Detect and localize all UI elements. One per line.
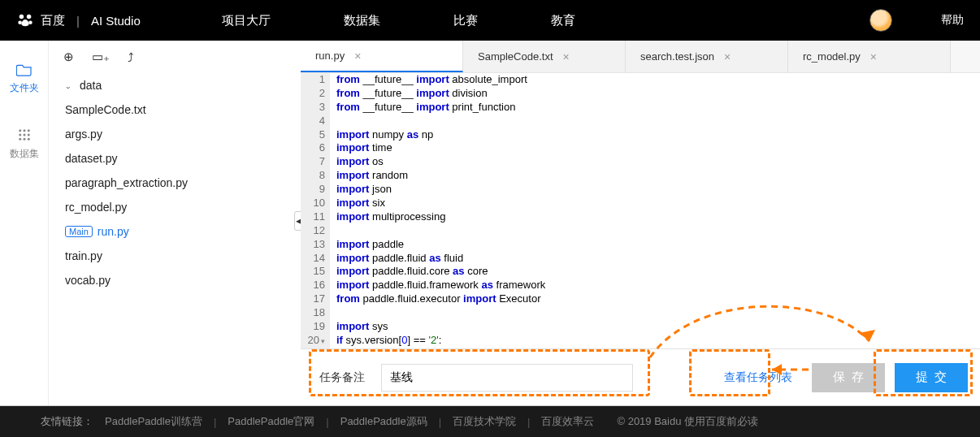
tree-file[interactable]: dataset.py — [49, 146, 301, 171]
view-task-list-link[interactable]: 查看任务列表 — [714, 370, 802, 385]
svg-point-2 — [18, 20, 22, 24]
svg-point-10 — [19, 138, 21, 141]
code-editor[interactable]: 1from __future__ import absolute_import2… — [301, 73, 980, 348]
close-icon[interactable]: × — [354, 50, 361, 63]
sidebar-toolbar: ⊕ ▭₊ ⤴ — [49, 41, 301, 73]
file-sidebar: ⊕ ▭₊ ⤴ data SampleCode.txt args.py datas… — [49, 41, 301, 405]
svg-point-11 — [23, 138, 25, 141]
tree-file-main[interactable]: Main run.py — [49, 219, 301, 244]
footer-link[interactable]: 百度效率云 — [541, 414, 594, 429]
svg-point-9 — [27, 134, 29, 136]
task-bar: 任务备注 查看任务列表 保存 提交 — [301, 348, 980, 405]
tab-search-json[interactable]: search.test.json× — [626, 41, 788, 72]
folder-icon — [16, 63, 33, 76]
top-nav: 项目大厅 数据集 比赛 教育 — [222, 13, 575, 28]
left-icon-rail: 文件夹 数据集 — [0, 41, 49, 405]
tree-file[interactable]: SampleCode.txt — [49, 97, 301, 122]
svg-point-6 — [27, 129, 29, 132]
tab-samplecode[interactable]: SampleCode.txt× — [463, 41, 626, 72]
nav-projects[interactable]: 项目大厅 — [222, 13, 271, 28]
nav-datasets[interactable]: 数据集 — [344, 13, 380, 28]
help-link[interactable]: 帮助 — [941, 13, 964, 28]
svg-point-4 — [19, 129, 21, 132]
footer-link[interactable]: PaddlePaddle源码 — [340, 414, 427, 429]
tree-file[interactable]: paragraph_extraction.py — [49, 171, 301, 195]
svg-point-1 — [27, 15, 32, 19]
footer-link[interactable]: 百度技术学院 — [453, 414, 516, 429]
tab-rcmodel[interactable]: rc_model.py× — [788, 41, 951, 72]
editor-tabs: run.py× SampleCode.txt× search.test.json… — [301, 41, 980, 73]
rail-files[interactable]: 文件夹 — [10, 63, 39, 95]
task-note-label: 任务备注 — [313, 370, 371, 385]
footer: 友情链接： PaddlePaddle训练营| PaddlePaddle官网| P… — [0, 406, 980, 437]
rail-dataset[interactable]: 数据集 — [10, 128, 39, 161]
brand: 百度 | AI Studio — [16, 11, 141, 29]
main-badge: Main — [65, 226, 93, 237]
tree-file[interactable]: args.py — [49, 122, 301, 146]
footer-label: 友情链接： — [41, 414, 93, 429]
tree-file[interactable]: rc_model.py — [49, 195, 301, 219]
submit-button[interactable]: 提交 — [895, 363, 968, 392]
svg-point-8 — [23, 134, 25, 136]
new-file-icon[interactable]: ⊕ — [63, 50, 74, 64]
close-icon[interactable]: × — [724, 50, 731, 63]
upload-icon[interactable]: ⤴ — [128, 50, 134, 64]
footer-copy: © 2019 Baidu 使用百度前必读 — [617, 414, 758, 429]
brand-text-right: AI Studio — [91, 14, 141, 28]
svg-point-3 — [28, 20, 33, 24]
file-tree: data SampleCode.txt args.py dataset.py p… — [49, 73, 301, 405]
close-icon[interactable]: × — [870, 50, 877, 63]
nav-education[interactable]: 教育 — [551, 13, 575, 28]
tree-file[interactable]: vocab.py — [49, 268, 301, 292]
tab-run-py[interactable]: run.py× — [301, 41, 463, 72]
svg-point-12 — [27, 138, 29, 141]
nav-competition[interactable]: 比赛 — [453, 13, 478, 28]
tree-file[interactable]: train.py — [49, 244, 301, 268]
footer-link[interactable]: PaddlePaddle训练营 — [105, 414, 202, 429]
svg-point-0 — [20, 15, 24, 19]
tree-folder-data[interactable]: data — [49, 73, 301, 97]
svg-point-7 — [19, 134, 21, 136]
close-icon[interactable]: × — [563, 50, 570, 63]
task-note-input[interactable] — [381, 364, 633, 392]
footer-link[interactable]: PaddlePaddle官网 — [228, 414, 314, 429]
brand-text-left: 百度 — [41, 13, 65, 28]
svg-point-5 — [23, 129, 25, 132]
save-button[interactable]: 保存 — [812, 363, 885, 392]
avatar[interactable] — [869, 9, 892, 32]
top-navbar: 百度 | AI Studio 项目大厅 数据集 比赛 教育 帮助 — [0, 0, 980, 41]
new-folder-icon[interactable]: ▭₊ — [92, 50, 110, 64]
dataset-icon — [17, 128, 32, 142]
baidu-logo-icon — [16, 11, 34, 29]
editor-area: ◀ run.py× SampleCode.txt× search.test.js… — [301, 41, 980, 405]
